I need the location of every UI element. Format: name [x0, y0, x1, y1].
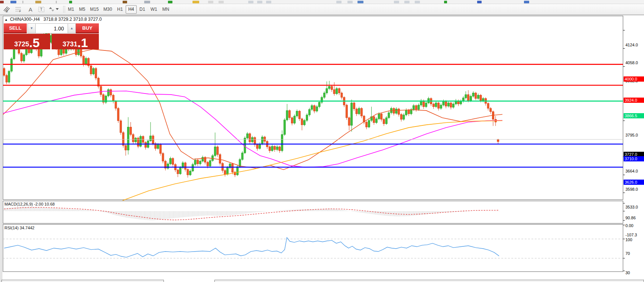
partial-toolbar-icon	[415, 1, 420, 3]
candle-body	[244, 138, 246, 153]
chart-canvas[interactable]	[0, 15, 644, 282]
candle-body	[117, 108, 119, 121]
macd-pane-header: MACD(12,26,9) -2.00 10.68	[4, 202, 55, 206]
timeframe-button-m1[interactable]: M1	[65, 5, 77, 14]
candle-body	[356, 109, 357, 114]
timeframe-button-h4[interactable]: H4	[126, 5, 137, 14]
text-box-icon[interactable]: T	[37, 5, 46, 14]
partial-toolbar-icon	[56, 1, 57, 3]
price-level-label: 3866.5	[624, 113, 644, 118]
timeframe-button-w1[interactable]: W1	[148, 5, 160, 14]
buy-price-display[interactable]: 3731.1	[52, 34, 99, 49]
candle-body	[199, 161, 201, 164]
candle-body	[304, 121, 305, 125]
candle-body	[125, 145, 127, 150]
candle-body	[418, 105, 420, 109]
timeframe-button-m5[interactable]: M5	[77, 5, 88, 14]
candle-body	[447, 103, 449, 106]
partial-toolbar-icon	[219, 1, 224, 3]
candle-body	[443, 101, 444, 105]
partial-toolbar-icon	[524, 1, 529, 3]
candle-body	[395, 109, 397, 113]
axis-tick-label: 90.86	[625, 216, 636, 220]
price-level-label: 4000.0	[624, 76, 644, 82]
candle-body	[209, 161, 211, 166]
axis-tick-label: 4124.0	[625, 43, 638, 47]
main-toolbar: E F A T M1M5M15M30H1H4D1W1MN	[0, 4, 644, 15]
partial-toolbar-icon	[192, 1, 199, 3]
candle-body	[194, 160, 196, 164]
candle-body	[214, 147, 216, 156]
candle-body	[477, 95, 479, 98]
partial-toolbar-icon	[35, 1, 41, 3]
buy-price-fraction: .1	[77, 37, 88, 48]
buy-button[interactable]: BUY	[76, 23, 99, 33]
rsi-pane-border	[3, 224, 623, 272]
text-label-icon[interactable]: A	[26, 5, 35, 14]
candle-body	[318, 102, 320, 107]
candle-body	[316, 107, 318, 111]
candle-body	[445, 101, 447, 106]
candle-body	[353, 103, 355, 109]
candle-body	[11, 59, 13, 71]
sell-price-main: 3725	[14, 40, 29, 48]
partial-toolbar-icon	[69, 1, 72, 3]
candle-body	[140, 137, 142, 147]
candle-body	[252, 138, 253, 142]
one-click-collapse-icon[interactable]: ▲	[4, 18, 8, 22]
candle-body	[470, 96, 472, 101]
rsi-pane-header: RSI(14) 34.7442	[4, 226, 35, 230]
candle-body	[130, 127, 132, 134]
arrows-dropdown-caret-icon[interactable]	[55, 5, 59, 14]
price-level-label: 3710.0	[624, 156, 644, 161]
sell-price-fraction: .5	[29, 37, 39, 48]
candle-body	[490, 108, 492, 112]
candle-body	[306, 115, 308, 121]
candle-body	[351, 103, 353, 125]
timeframe-button-d1[interactable]: D1	[137, 5, 148, 14]
candle-body	[159, 145, 161, 154]
toolbar-grip[interactable]	[63, 6, 65, 13]
candle-body	[3, 69, 5, 76]
candle-body	[388, 113, 390, 118]
svg-text:E: E	[6, 10, 8, 13]
timeframe-button-m15[interactable]: M15	[88, 5, 101, 14]
candle-body	[346, 105, 347, 118]
candle-body	[286, 111, 288, 120]
volume-input[interactable]	[36, 23, 68, 33]
partial-toolbar-icon	[357, 1, 363, 3]
volume-decrease-button[interactable]: ▼	[27, 23, 36, 33]
candle-body	[145, 142, 146, 147]
timeframe-button-m30[interactable]: M30	[101, 5, 114, 14]
candle-body	[403, 115, 405, 119]
candle-body	[246, 134, 248, 138]
volume-increase-button[interactable]: ▲	[68, 23, 76, 33]
axis-tick-label: 0.00	[625, 223, 633, 228]
fibonacci-grid-icon[interactable]: F	[14, 5, 23, 14]
partial-toolbar-icon	[477, 1, 482, 3]
elliott-waves-icon[interactable]: E	[2, 5, 11, 14]
candle-body	[242, 153, 243, 160]
candle-body	[276, 147, 278, 150]
candle-body	[460, 101, 462, 104]
candle-body	[110, 90, 112, 95]
timeframe-button-mn[interactable]: MN	[160, 5, 172, 14]
candle-body	[453, 104, 454, 107]
axis-tick-label: 30	[625, 270, 630, 275]
candle-body	[6, 75, 7, 82]
candle-body	[249, 134, 251, 142]
sell-button[interactable]: SELL	[4, 23, 27, 33]
candle-body	[360, 108, 362, 116]
candle-body	[405, 110, 407, 115]
chart-window: ▲CHINA300-,H43718.8 3729.2 3710.8 3727.0…	[0, 15, 644, 282]
candle-body	[236, 167, 238, 175]
candle-body	[127, 127, 129, 150]
candle-body	[358, 108, 360, 114]
axis-tick-label: 3598.0	[625, 187, 638, 191]
macd-pane-border	[3, 201, 623, 224]
timeframe-button-h1[interactable]: H1	[114, 5, 126, 14]
candle-body	[333, 90, 335, 94]
sell-price-display[interactable]: 3725.5	[4, 34, 50, 49]
candle-body	[323, 93, 325, 97]
partial-toolbar-icon	[394, 1, 399, 3]
